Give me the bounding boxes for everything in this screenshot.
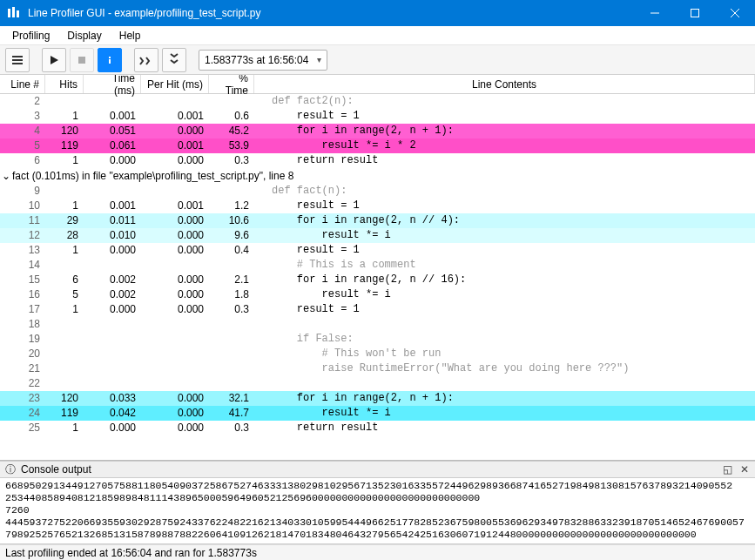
app-icon [7,6,21,20]
table-row[interactable]: 11290.0110.00010.6 for i in range(2, n /… [0,213,755,228]
table-row[interactable]: 14 # This is a comment [0,258,755,273]
code-cell: result = 1 [254,302,755,317]
console-line: 7260 [5,504,750,516]
col-contents[interactable]: Line Contents [254,75,755,93]
status-text: Last profiling ended at 16:56:04 and ran… [5,547,257,559]
svg-rect-11 [78,57,85,64]
svg-rect-14 [109,57,111,58]
table-row[interactable]: 610.0000.0000.3 return result [0,153,755,168]
col-perhit[interactable]: Per Hit (ms) [141,75,209,93]
code-cell: for i in range(2, n + 1): [254,124,755,138]
code-cell: for i in range(2, n // 16): [254,273,755,287]
col-time[interactable]: Time (ms) [84,75,141,93]
console-header: ⓘ Console output ◱ ✕ [0,461,755,478]
table-row[interactable]: 20 # This won't be run [0,347,755,361]
chevron-down-icon: ⌄ [2,170,12,182]
svg-rect-2 [17,10,19,17]
undock-icon[interactable]: ◱ [720,462,734,476]
console-output[interactable]: 6689502913449127057588118054090372586752… [0,478,755,544]
code-cell: for i in range(2, n // 4): [254,213,755,228]
code-cell: result *= i [254,406,755,421]
table-row[interactable]: 12280.0100.0009.6 result *= i [0,228,755,243]
expand-all-button[interactable] [134,48,158,72]
menu-profiling[interactable]: Profiling [3,28,58,44]
table-row[interactable]: 1310.0000.0000.4 result = 1 [0,243,755,258]
table-row[interactable]: 22 [0,376,755,391]
table-row[interactable]: 9def fact(n): [0,184,755,199]
code-cell: def fact2(n): [254,94,755,109]
statusbar: Last profiling ended at 16:56:04 and ran… [0,544,755,560]
col-hits[interactable]: Hits [45,75,84,93]
configure-button[interactable] [5,48,30,72]
svg-rect-8 [12,59,23,61]
history-select[interactable]: 1.583773s at 16:56:04 ▾ [199,50,327,71]
table-body[interactable]: 2def fact2(n):310.0010.0010.6 result = 1… [0,94,755,461]
code-cell: # This is a comment [254,258,755,273]
collapse-all-button[interactable] [162,48,186,72]
window-title: Line Profiler GUI - example/profiling_te… [28,7,635,19]
svg-rect-7 [12,56,23,57]
function-group-header[interactable]: ⌄fact (0.101ms) in file "example\profili… [0,168,755,184]
toolbar: 1.583773s at 16:56:04 ▾ [0,45,755,75]
console-title: Console output [21,463,91,476]
code-cell: for i in range(2, n + 1): [254,391,755,406]
table-row[interactable]: 1710.0000.0000.3 result = 1 [0,302,755,317]
close-button[interactable] [715,0,755,26]
chevron-down-icon: ▾ [317,55,321,64]
code-cell [254,317,755,332]
code-cell: # This won't be run [254,347,755,361]
code-cell: return result [254,153,755,168]
svg-marker-10 [51,56,58,64]
run-button[interactable] [42,48,66,72]
svg-rect-4 [691,10,699,17]
info-button[interactable] [98,48,122,72]
minimize-button[interactable] [635,0,675,26]
table-row[interactable]: 310.0010.0010.6 result = 1 [0,109,755,124]
table-row[interactable]: 51190.0610.00153.9 result *= i * 2 [0,138,755,153]
group-label: fact (0.101ms) in file "example\profilin… [12,170,293,182]
code-cell [254,376,755,391]
code-cell: result = 1 [254,109,755,124]
table-row[interactable]: 231200.0330.00032.1 for i in range(2, n … [0,391,755,406]
svg-rect-13 [109,59,111,64]
table-header: Line # Hits Time (ms) Per Hit (ms) % Tim… [0,75,755,94]
code-cell: def fact(n): [254,184,755,199]
table-row[interactable]: 18 [0,317,755,332]
col-line[interactable]: Line # [0,75,45,93]
code-cell: raise RuntimeError("What are you doing h… [254,361,755,376]
table-row[interactable]: 41200.0510.00045.2 for i in range(2, n +… [0,124,755,138]
table-row[interactable]: 1010.0010.0011.2 result = 1 [0,199,755,213]
menu-display[interactable]: Display [58,28,110,44]
code-cell: return result [254,421,755,435]
table-row[interactable]: 2510.0000.0000.3 return result [0,421,755,435]
history-select-label: 1.583773s at 16:56:04 [205,54,308,66]
table-row[interactable]: 2def fact2(n): [0,94,755,109]
table-row[interactable]: 19 if False: [0,332,755,347]
menu-help[interactable]: Help [111,28,150,44]
table-row[interactable]: 241190.0420.00041.7 result *= i [0,406,755,421]
code-cell: result = 1 [254,243,755,258]
window-titlebar: Line Profiler GUI - example/profiling_te… [0,0,755,26]
code-cell: result *= i * 2 [254,138,755,153]
table-row[interactable]: 1560.0020.0002.1 for i in range(2, n // … [0,273,755,287]
code-cell: result *= i [254,228,755,243]
svg-rect-9 [12,63,23,64]
svg-rect-1 [12,7,15,17]
col-pct[interactable]: % Time [209,75,254,93]
menubar: Profiling Display Help [0,26,755,45]
console-line: 6689502913449127057588118054090372586752… [5,480,750,492]
code-cell: result = 1 [254,199,755,213]
table-row[interactable]: 1650.0020.0001.8 result *= i [0,287,755,302]
stop-button[interactable] [70,48,94,72]
svg-rect-0 [8,9,10,17]
profile-table: Line # Hits Time (ms) Per Hit (ms) % Tim… [0,75,755,461]
code-cell: result *= i [254,287,755,302]
code-cell: if False: [254,332,755,347]
console-line: 4445937275220669355930292875924337622482… [5,516,750,541]
close-icon[interactable]: ✕ [738,462,752,476]
info-icon: ⓘ [3,462,17,476]
maximize-button[interactable] [675,0,715,26]
console-line: 2534408589408121859898481114389650005964… [5,492,750,504]
table-row[interactable]: 21 raise RuntimeError("What are you doin… [0,361,755,376]
